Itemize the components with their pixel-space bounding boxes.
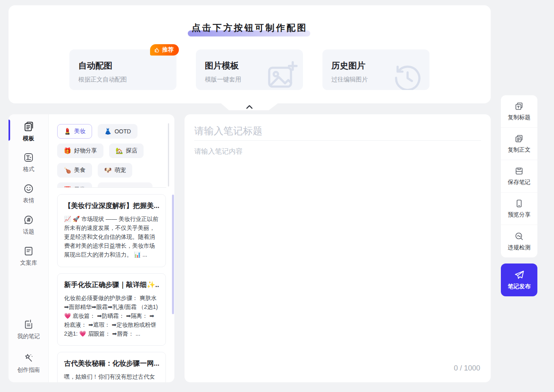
templates-sidebar-panel: 模板 格式 [9,114,174,382]
action-label: 预览分享 [508,211,530,218]
thumbs-up-icon [154,47,160,53]
sidebar-item-my-notes[interactable]: 我的笔记 [9,319,49,340]
copywriting-doc-icon [23,246,34,257]
template-card-industry[interactable]: 【美妆行业深度解析】把握美... 📈 🚀 市场现状 —— 美妆行业正以前所未有的… [57,194,166,267]
action-label: 复制标题 [508,114,530,121]
template-list-scrollbar-thumb[interactable] [172,195,174,314]
publish-note-button[interactable]: 笔记发布 [501,263,537,296]
sidebar-item-topic[interactable]: 话题 [9,214,49,236]
category-chip-label: 萌宠 [114,167,126,174]
category-chip-food[interactable]: 🍗 美食 [57,163,92,178]
note-editor-panel: 0 / 1000 [185,114,491,382]
divider [194,140,481,141]
image-tools-panel: 点击下方按钮可制作配图 推荐 自动配图 根据正文自动配图 图片模板 模版一键套用 [9,5,491,103]
lipstick-emoji-icon: 💄 [64,128,71,135]
image-tools-heading: 点击下方按钮可制作配图 [9,22,491,34]
image-plus-icon [265,58,300,90]
sidebar-item-label: 我的笔记 [17,333,40,340]
category-chip-pets[interactable]: 🐶 萌宠 [98,163,133,178]
scan-magnifier-icon [514,231,524,241]
dress-emoji-icon: 👗 [104,128,112,135]
template-body: 📈 🚀 市场现状 —— 美妆行业正以前所未有的速度发展，不仅关乎美丽，更是经济和… [64,214,159,259]
save-icon [514,166,524,176]
note-title-input[interactable] [194,122,481,140]
category-chips: 💄 美妆 👗 OOTD 🎁 好物分享 🏡 探店 🍗 美食 [49,114,174,187]
recommend-badge: 推荐 [150,44,179,56]
category-chip-label: OOTD [114,128,131,135]
category-chip-label: 美妆 [74,128,86,135]
violation-check-button[interactable]: 违规检测 [501,225,537,257]
dog-emoji-icon: 🐶 [104,167,112,174]
category-chip-store[interactable]: 🏡 探店 [109,144,144,158]
template-card-ancient-beauty[interactable]: 古代美妆秘籍：化妆步骤一网... 嘿，姑娘们！你们有没有想过古代女子是怎么化妆的… [57,352,166,382]
recommend-badge-label: 推荐 [162,46,174,54]
image-tools-title: 点击下方按钮可制作配图 [192,23,308,33]
category-chip-label: 探店 [126,147,137,154]
publish-button-label: 笔记发布 [508,283,530,290]
sidebar-nav: 模板 格式 [9,114,49,382]
category-chip-daily[interactable]: 📅 日常 [57,182,92,187]
auto-image-title: 自动配图 [78,60,176,71]
template-body: 嘿，姑娘们！你们有没有想过古代女子是怎么化妆的呢? 来，我今天就来... [64,372,159,382]
gift-emoji-icon: 🎁 [64,147,71,154]
copy-title-button[interactable]: 复制标题 [501,95,537,128]
category-chip-ootd[interactable]: 👗 OOTD [98,124,137,139]
chips-scrollbar-thumb[interactable] [168,123,169,186]
drumstick-emoji-icon: 🍗 [64,167,71,174]
sidebar-item-templates[interactable]: 模板 [9,121,49,142]
sidebar-item-emoji[interactable]: 表情 [9,183,49,204]
preview-share-button[interactable]: 预览分享 [501,193,537,225]
templates-icon [23,121,34,132]
my-notes-icon [23,319,34,330]
sidebar-item-label: 模板 [23,135,34,142]
templates-content: 💄 美妆 👗 OOTD 🎁 好物分享 🏡 探店 🍗 美食 [49,114,174,382]
paper-plane-icon [514,270,525,281]
action-label: 保存笔记 [508,179,530,186]
template-list: 【美妆行业深度解析】把握美... 📈 🚀 市场现状 —— 美妆行业正以前所未有的… [49,188,174,382]
sidebar-item-label: 格式 [23,166,34,173]
category-chip-label: 美食 [74,167,86,174]
emoji-icon [23,183,34,194]
note-actions-rail: 复制标题 复制正文 保存笔记 [501,95,537,257]
copy-body-button[interactable]: 复制正文 [501,128,537,160]
phone-icon [514,199,524,208]
action-label: 复制正文 [508,146,530,154]
image-template-card[interactable]: 图片模板 模版一键套用 [196,49,303,90]
template-title: 新手化妆正确步骤｜敲详细✨... [64,280,159,289]
sidebar-item-label: 话题 [23,228,34,236]
magic-star-icon [23,353,34,364]
auto-image-card[interactable]: 自动配图 根据正文自动配图 [69,49,176,90]
note-editor-page: 点击下方按钮可制作配图 推荐 自动配图 根据正文自动配图 图片模板 模版一键套用 [0,0,554,392]
note-content-input[interactable] [194,146,481,365]
copy-body-icon [514,134,524,144]
category-chip-beauty[interactable]: 💄 美妆 [57,124,92,139]
auto-image-subtitle: 根据正文自动配图 [78,76,176,84]
house-emoji-icon: 🏡 [116,147,123,154]
category-chip-clipped[interactable] [98,182,152,187]
template-title: 【美妆行业深度解析】把握美... [64,201,159,210]
copy-title-icon [514,101,524,111]
sidebar-item-format[interactable]: 格式 [9,152,49,173]
chevron-up-icon [245,103,254,110]
template-card-makeup-steps[interactable]: 新手化妆正确步骤｜敲详细✨... 化妆前必须要做的护肤步骤： 爽肤水➡面部精华➡… [57,273,166,346]
sidebar-item-guide[interactable]: 创作指南 [9,353,49,374]
history-images-card[interactable]: 历史图片 过往编辑图片 [322,49,429,90]
sidebar-item-label: 创作指南 [17,366,40,374]
sidebar-item-label: 表情 [23,197,34,204]
char-counter: 0 / 1000 [454,364,480,373]
action-label: 违规检测 [508,244,530,251]
save-note-button[interactable]: 保存笔记 [501,160,537,193]
template-body: 化妆前必须要做的护肤步骤： 爽肤水➡面部精华➡眼霜➡乳液/面霜 （2选1) 💗 … [64,293,159,338]
category-chip-goods[interactable]: 🎁 好物分享 [57,144,103,158]
collapse-panel-button[interactable] [221,103,278,111]
sidebar-item-label: 文案库 [20,259,37,267]
history-clock-icon [391,62,424,90]
hashtag-bubble-icon [23,214,34,225]
format-icon [23,152,34,163]
category-chip-label: 好物分享 [74,147,97,154]
sidebar-item-copywriting[interactable]: 文案库 [9,246,49,267]
template-title: 古代美妆秘籍：化妆步骤一网... [64,359,159,368]
